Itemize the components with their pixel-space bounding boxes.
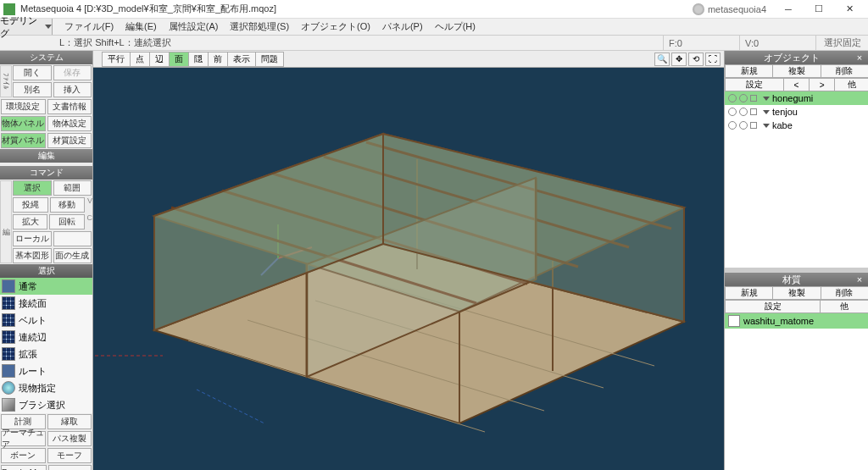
save-as-button[interactable]: 別名 (13, 82, 52, 97)
viewport-3d[interactable] (93, 68, 724, 470)
cmd-path-dup[interactable]: パス複製 (47, 431, 92, 446)
tab-edit[interactable]: 編 (0, 180, 12, 263)
obj-dup-button[interactable]: 複製 (772, 64, 821, 78)
lock-icon[interactable] (750, 95, 757, 102)
env-settings-button[interactable]: 環境設定 (1, 99, 46, 114)
cmd-armature[interactable]: アーマチュア (1, 431, 46, 446)
obj-del-button[interactable]: 削除 (821, 64, 868, 78)
cmd-morph[interactable]: モーフ (47, 448, 92, 463)
vp-fit-icon[interactable]: ⛶ (705, 53, 721, 66)
menu-edit[interactable]: 編集(E) (120, 19, 162, 35)
menu-panel[interactable]: パネル(P) (377, 19, 428, 35)
cmd-primitive[interactable]: 基本図形 (13, 248, 52, 263)
doc-info-button[interactable]: 文書情報 (47, 99, 92, 114)
maximize-button[interactable]: ☐ (804, 1, 834, 18)
obj-panel-button[interactable]: 物体パネル (1, 116, 46, 131)
obj-prev-button[interactable]: < (783, 78, 810, 91)
vp-edge-button[interactable]: 辺 (149, 52, 170, 67)
cmd-range[interactable]: 範囲 (53, 180, 92, 196)
menu-attribute[interactable]: 属性設定(A) (164, 19, 224, 35)
cmd-scale[interactable]: 拡大 (13, 214, 47, 229)
object-panel: オブジェクト× 新規 複製 削除 設定 < > 他 honegumi tenjo (725, 51, 868, 268)
selmode-extend[interactable]: 拡張 (0, 346, 92, 362)
cmd-renderman[interactable]: RenderMan (1, 465, 47, 470)
obj-settings-tab[interactable]: 設定 (725, 78, 784, 91)
mat-settings-tab[interactable]: 設定 (725, 300, 821, 313)
material-panel-close[interactable]: × (854, 274, 865, 285)
visibility-icon[interactable] (739, 94, 748, 102)
lock-icon[interactable] (750, 108, 757, 115)
expand-icon[interactable] (763, 110, 770, 114)
object-item[interactable]: kabe (725, 119, 868, 132)
selmode-loop[interactable]: 連続辺 (0, 329, 92, 346)
object-item[interactable]: tenjou (725, 105, 868, 119)
minimize-button[interactable]: ─ (773, 1, 804, 18)
visibility-icon[interactable] (739, 108, 748, 116)
object-name: honegumi (772, 93, 813, 103)
system-header: システム (0, 51, 92, 64)
selmode-brush[interactable]: ブラシ選択 (0, 396, 92, 413)
mat-del-button[interactable]: 削除 (821, 286, 868, 300)
menu-file[interactable]: ファイル(F) (59, 19, 119, 35)
menu-object[interactable]: オブジェクト(O) (296, 19, 376, 35)
open-button[interactable]: 開く (13, 65, 52, 80)
selmode-root[interactable]: ルート (0, 362, 92, 379)
insert-button[interactable]: 挿入 (53, 82, 92, 97)
cmd-local[interactable]: ローカル (13, 231, 52, 246)
vp-display-button[interactable]: 表示 (227, 52, 256, 67)
selmode-normal[interactable]: 通常 (0, 278, 92, 295)
vp-persp-button[interactable]: 平行 (102, 52, 131, 67)
mat-new-button[interactable]: 新規 (725, 286, 773, 300)
material-item[interactable]: washitu_matome (725, 313, 868, 329)
vp-rotate-icon[interactable]: ⟲ (688, 53, 704, 66)
lock-icon[interactable] (750, 122, 757, 129)
status-verts: V:0 (739, 36, 815, 50)
vp-hidden-button[interactable]: 隠 (188, 52, 209, 67)
save-button[interactable]: 保存 (53, 65, 92, 80)
vp-pan-icon[interactable]: ✥ (671, 53, 687, 66)
selmode-current[interactable]: 現物指定 (0, 379, 92, 396)
vp-face-button[interactable]: 面 (169, 52, 189, 67)
mat-other-button[interactable]: 他 (820, 300, 868, 313)
visibility-icon[interactable] (739, 121, 748, 130)
mat-panel-button[interactable]: 材質パネル (1, 133, 46, 148)
expand-icon[interactable] (763, 97, 770, 101)
material-panel-title: 材質 (728, 274, 854, 286)
cmd-edge-sel[interactable]: 縁取 (47, 414, 92, 429)
object-panel-close[interactable]: × (854, 53, 865, 63)
cmd-bone[interactable]: ボーン (1, 448, 46, 463)
obj-settings-button[interactable]: 物体設定 (47, 116, 92, 131)
app-icon (3, 3, 15, 15)
vp-problem-button[interactable]: 問題 (255, 52, 284, 67)
mat-dup-button[interactable]: 複製 (772, 286, 821, 300)
vp-vertex-button[interactable]: 点 (130, 52, 150, 67)
obj-next-button[interactable]: > (809, 78, 835, 91)
visibility-icon[interactable] (728, 108, 737, 116)
object-name: tenjou (772, 107, 798, 117)
vp-front-button[interactable]: 前 (208, 52, 228, 67)
visibility-icon[interactable] (728, 121, 737, 130)
cmd-facegen[interactable]: 面の生成 (53, 248, 92, 263)
menu-selection[interactable]: 選択部処理(S) (225, 19, 294, 35)
obj-other-button[interactable]: 他 (834, 78, 868, 91)
selmode-connected[interactable]: 接続面 (0, 295, 92, 312)
vp-zoom-icon[interactable]: 🔍 (654, 53, 670, 66)
expand-icon[interactable] (763, 124, 770, 128)
menu-help[interactable]: ヘルプ(H) (430, 19, 481, 35)
mat-settings-button[interactable]: 材質設定 (47, 133, 92, 148)
tab-file[interactable]: ﾌｧｲﾙ (0, 65, 12, 97)
visibility-icon[interactable] (728, 94, 737, 102)
cmd-lasso[interactable]: 投縄 (13, 197, 48, 213)
mode-dropdown[interactable]: モデリング (0, 19, 53, 35)
selection-fix-button[interactable]: 選択固定 (815, 36, 868, 50)
close-button[interactable]: ✕ (834, 1, 865, 18)
selmode-belt[interactable]: ベルト (0, 312, 92, 329)
cmd-select[interactable]: 選択 (13, 180, 52, 196)
material-list[interactable]: washitu_matome (725, 313, 868, 470)
object-item[interactable]: honegumi (725, 91, 868, 105)
cmd-rotate[interactable]: 回転 (49, 214, 84, 229)
object-list[interactable]: honegumi tenjou kabe (725, 91, 868, 268)
obj-new-button[interactable]: 新規 (725, 64, 773, 78)
cmd-move[interactable]: 移動 (50, 197, 86, 213)
center-area: 平行 点 辺 面 隠 前 表示 問題 🔍 ✥ ⟲ ⛶ (93, 51, 724, 470)
